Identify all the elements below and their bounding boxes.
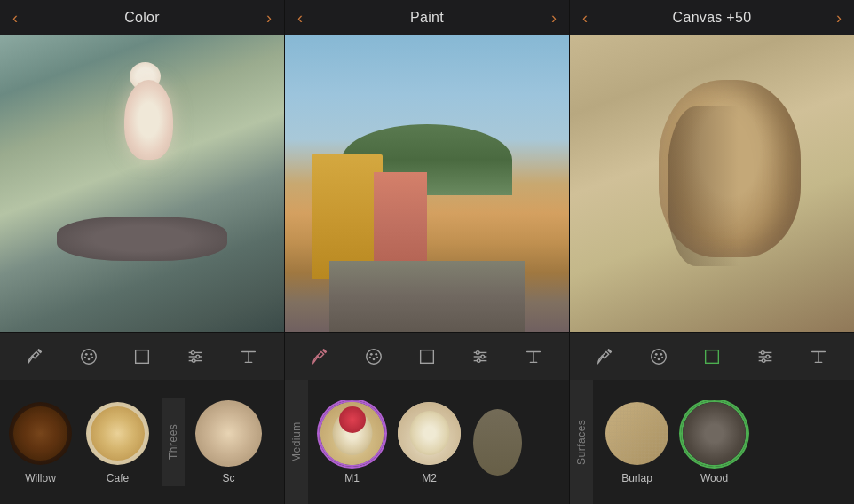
color-panel-title: Color — [124, 10, 160, 26]
paint-panel-image — [285, 35, 569, 332]
svg-point-31 — [661, 356, 663, 358]
filter-cafe-label: Cafe — [107, 472, 129, 484]
color-brush-icon[interactable] — [20, 342, 51, 372]
filter-sc[interactable]: Sc — [195, 400, 262, 484]
svg-point-5 — [91, 356, 93, 358]
paint-frame-icon[interactable] — [412, 342, 442, 372]
bottom-paint-panel: Medium M1 — [285, 380, 570, 504]
filter-cafe[interactable]: Cafe — [84, 400, 151, 484]
color-nav-left[interactable]: ‹ — [12, 9, 18, 28]
filter-wood-image — [683, 402, 746, 465]
canvas-toolbar — [570, 332, 854, 380]
svg-point-12 — [192, 358, 195, 362]
paint-sliders-icon[interactable] — [465, 342, 495, 372]
filter-burlap-image — [605, 402, 668, 465]
paint-brush-icon[interactable] — [305, 342, 336, 372]
svg-point-13 — [367, 349, 382, 364]
face-shape — [659, 80, 801, 257]
filter-sc-thumb — [195, 400, 262, 467]
filter-wood-label: Wood — [700, 472, 728, 484]
canvas-sliders-icon[interactable] — [750, 342, 780, 372]
paint-panel-header: ‹ Paint › — [285, 0, 569, 35]
filter-threes[interactable]: Threes — [162, 398, 185, 486]
svg-point-2 — [90, 352, 92, 355]
filter-willow-thumb — [7, 400, 74, 467]
canvas-nav-right[interactable]: › — [836, 9, 842, 28]
paint-nav-left[interactable]: ‹ — [297, 9, 303, 28]
paint-palette-icon[interactable] — [359, 342, 389, 372]
color-toolbar — [0, 332, 284, 380]
svg-point-37 — [766, 355, 770, 358]
filter-willow[interactable]: Willow — [7, 400, 74, 484]
svg-point-23 — [476, 350, 479, 354]
svg-point-3 — [88, 358, 91, 360]
svg-point-29 — [658, 358, 660, 360]
paint-toolbar — [285, 332, 569, 380]
canvas-palette-icon[interactable] — [644, 342, 674, 372]
filter-m2-thumb — [396, 400, 463, 467]
filter-burlap-thumb — [604, 400, 670, 467]
svg-point-25 — [477, 358, 480, 362]
svg-point-30 — [654, 356, 656, 358]
canvas-nav-left[interactable]: ‹ — [582, 9, 588, 28]
filter-oval-thumb — [473, 409, 522, 476]
svg-point-36 — [761, 350, 764, 354]
filter-cafe-thumb — [84, 400, 151, 467]
canvas-frame-icon[interactable] — [697, 342, 727, 372]
svg-point-14 — [370, 352, 373, 355]
color-text-icon[interactable] — [233, 342, 264, 372]
filter-m2-image — [398, 402, 461, 465]
color-panel: ‹ Color › — [0, 0, 285, 380]
filter-wood[interactable]: Wood — [681, 400, 747, 484]
canvas-panel: ‹ Canvas +50 › — [570, 0, 854, 380]
paint-nav-right[interactable]: › — [551, 9, 557, 28]
color-sliders-icon[interactable] — [180, 342, 210, 372]
svg-point-1 — [85, 352, 88, 355]
svg-point-10 — [191, 350, 194, 354]
filter-threes-label: Threes — [162, 398, 185, 486]
svg-point-0 — [82, 349, 97, 364]
canvas-filter-items: Burlap Wood — [593, 400, 755, 484]
svg-point-27 — [655, 352, 658, 355]
svg-point-28 — [660, 352, 662, 355]
filter-m1[interactable]: M1 — [319, 400, 385, 484]
svg-point-24 — [481, 355, 485, 358]
paint-panel-title: Paint — [410, 10, 444, 26]
color-frame-icon[interactable] — [127, 342, 157, 372]
svg-point-18 — [376, 356, 378, 358]
paint-filter-items: M1 M2 — [308, 400, 529, 484]
paint-panel: ‹ Paint › — [285, 0, 570, 380]
filter-willow-image — [9, 402, 72, 465]
filter-burlap[interactable]: Burlap — [604, 400, 670, 484]
rock-decoration — [57, 217, 227, 261]
svg-point-16 — [373, 358, 376, 360]
svg-rect-6 — [136, 350, 149, 363]
filter-m2[interactable]: M2 — [396, 400, 463, 484]
color-nav-right[interactable]: › — [266, 9, 272, 28]
color-palette-icon[interactable] — [74, 342, 104, 372]
svg-point-11 — [196, 355, 200, 358]
face-shadow — [668, 106, 739, 266]
paint-medium-label: Medium — [285, 380, 308, 504]
bottom-color-panel: Willow Cafe Threes Sc — [0, 380, 285, 504]
filter-m1-thumb — [319, 400, 385, 467]
canvas-surfaces-label: Surfaces — [570, 380, 593, 504]
bottom-row: Willow Cafe Threes Sc Medium — [0, 380, 854, 504]
color-panel-image — [0, 35, 284, 332]
canvas-panel-image — [570, 35, 854, 332]
portrait-decoration — [641, 62, 818, 284]
canvas-brush-icon[interactable] — [590, 342, 621, 372]
canvas-text-icon[interactable] — [803, 342, 834, 372]
filter-cafe-image — [86, 402, 149, 465]
filter-sc-label: Sc — [222, 472, 234, 484]
paint-text-icon[interactable] — [518, 342, 549, 372]
street-decoration — [285, 35, 569, 332]
svg-point-26 — [652, 349, 667, 364]
svg-point-15 — [375, 352, 377, 355]
filter-willow-label: Willow — [25, 472, 56, 484]
filter-m2-label: M2 — [422, 472, 437, 484]
canvas-panel-header: ‹ Canvas +50 › — [570, 0, 854, 35]
filter-extra-oval[interactable] — [473, 409, 522, 476]
svg-rect-32 — [706, 350, 719, 363]
svg-point-4 — [84, 356, 86, 358]
